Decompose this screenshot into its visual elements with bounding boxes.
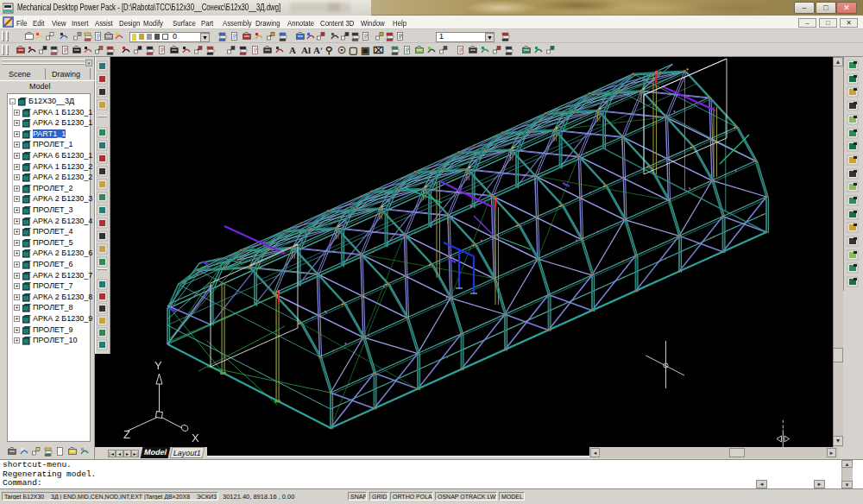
- svg-text:Y: Y: [154, 359, 162, 372]
- svg-text:Z: Z: [123, 428, 130, 441]
- svg-text:X: X: [192, 432, 199, 444]
